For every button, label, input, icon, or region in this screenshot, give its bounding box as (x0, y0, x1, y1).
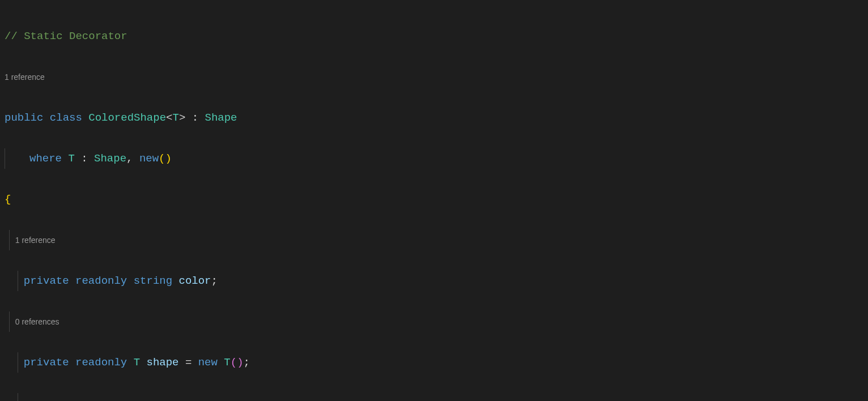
indent-guide (5, 148, 11, 169)
indent-guide (9, 312, 15, 332)
comment: // Static Decorator (5, 30, 127, 42)
keyword-private: private (24, 356, 69, 369)
type-t: T (172, 112, 178, 124)
paren-close: ) (165, 152, 172, 165)
comma: , (126, 152, 133, 165)
keyword-public: public (5, 112, 43, 124)
equals: = (185, 356, 192, 369)
codelens[interactable]: 1 reference (5, 67, 863, 87)
code-line: { (5, 189, 863, 210)
paren-open: ( (159, 152, 165, 165)
field-color: color (179, 275, 211, 287)
keyword-new: new (198, 356, 218, 369)
type-shape: Shape (94, 152, 126, 165)
code-line: private readonly string color; (5, 271, 863, 291)
code-editor[interactable]: // Static Decorator 1 reference public c… (0, 0, 868, 401)
code-line: private readonly T shape = new T(); (5, 352, 863, 373)
type-t: T (134, 356, 140, 369)
indent-guide (9, 230, 15, 250)
angle-open: < (166, 112, 172, 124)
paren-open: ( (231, 356, 237, 369)
type-string: string (134, 275, 172, 287)
field-shape: shape (146, 356, 178, 369)
indent-guide (18, 271, 24, 291)
indent-guide (18, 393, 24, 401)
keyword-readonly: readonly (75, 275, 127, 287)
indent-space (11, 148, 29, 169)
keyword-private: private (24, 275, 69, 287)
angle-close: > (179, 112, 185, 124)
paren-close: ) (237, 356, 243, 369)
brace-open: { (5, 193, 11, 206)
colon: : (81, 152, 87, 165)
type-t: T (68, 152, 74, 165)
colon: : (192, 112, 198, 124)
semicolon: ; (244, 356, 250, 369)
type-shape: Shape (205, 112, 237, 124)
codelens-text: 1 reference (5, 72, 45, 82)
code-line: // Static Decorator (5, 26, 863, 46)
codelens-text: 1 reference (15, 236, 56, 245)
semicolon: ; (211, 275, 218, 287)
codelens-text: 0 references (15, 317, 59, 326)
keyword-new: new (139, 152, 159, 165)
codelens[interactable]: 0 references (5, 312, 863, 332)
keyword-class: class (50, 112, 82, 124)
type-coloredshape: ColoredShape (88, 112, 166, 124)
type-t: T (224, 356, 230, 369)
keyword-where: where (29, 152, 62, 165)
indent-guide (18, 352, 24, 373)
code-line (5, 393, 863, 401)
code-line: public class ColoredShape<T> : Shape (5, 108, 863, 128)
keyword-readonly: readonly (75, 356, 127, 369)
code-line: where T : Shape, new() (5, 148, 863, 169)
codelens[interactable]: 1 reference (5, 230, 863, 250)
